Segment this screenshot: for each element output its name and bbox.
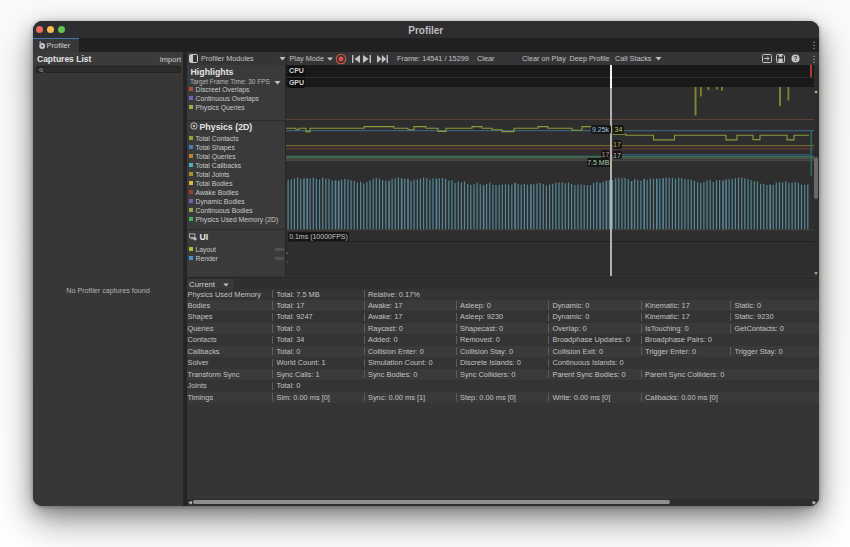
svg-text:?: ? [794, 55, 798, 62]
